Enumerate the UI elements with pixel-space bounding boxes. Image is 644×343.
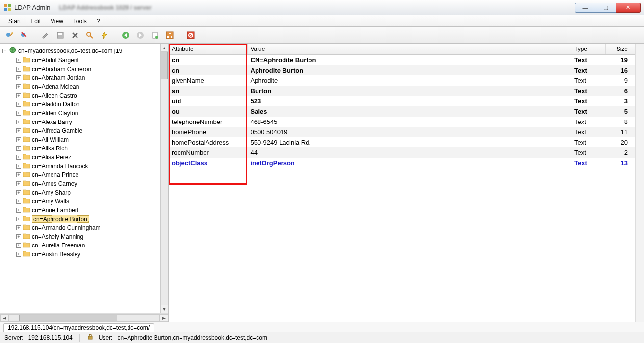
expand-icon[interactable]: +: [16, 155, 21, 160]
tree-item[interactable]: +cn=Aladdin Dalton: [2, 100, 168, 109]
expand-icon[interactable]: +: [16, 217, 21, 221]
expand-icon[interactable]: +: [16, 252, 21, 257]
scroll-track[interactable]: [9, 314, 160, 322]
menu-tools[interactable]: Tools: [68, 16, 92, 26]
main-vertical-scrollbar[interactable]: [635, 44, 644, 322]
tree-item[interactable]: +cn=Alden Clayton: [2, 109, 168, 118]
minimize-button[interactable]: —: [575, 3, 595, 13]
tree-item[interactable]: +cn=Alfreda Gamble: [2, 126, 168, 135]
disconnect-icon[interactable]: [18, 29, 31, 42]
scroll-left-arrow[interactable]: ◀: [0, 314, 9, 322]
attribute-row[interactable]: objectClassinetOrgPersonText13: [169, 158, 635, 168]
tree-item[interactable]: +cn=Alika Rich: [2, 144, 168, 153]
tree-item[interactable]: +cn=Ashely Manning: [2, 232, 168, 241]
expand-icon[interactable]: +: [16, 84, 21, 89]
col-header-type[interactable]: Type: [571, 44, 606, 55]
attribute-row[interactable]: cnAphrodite BurtonText16: [169, 65, 635, 75]
col-header-attribute[interactable]: Attribute: [169, 44, 247, 55]
edit-icon[interactable]: [39, 29, 52, 42]
delete-icon[interactable]: [69, 29, 81, 42]
document-icon[interactable]: [149, 29, 161, 42]
tree-item[interactable]: +cn=Austin Beasley: [2, 250, 168, 259]
tree-item[interactable]: +cn=Amy Walls: [2, 197, 168, 206]
expand-icon[interactable]: +: [16, 128, 21, 133]
tree-item[interactable]: +cn=Abraham Cameron: [2, 65, 168, 74]
tree-item[interactable]: +cn=Aurelia Freeman: [2, 241, 168, 250]
expand-icon[interactable]: +: [16, 208, 21, 213]
expand-icon[interactable]: +: [16, 120, 21, 124]
expand-icon[interactable]: +: [16, 234, 21, 239]
expand-icon[interactable]: +: [16, 164, 21, 169]
expand-icon[interactable]: +: [16, 111, 21, 116]
scroll-thumb[interactable]: [161, 52, 168, 79]
svg-rect-22: [88, 336, 92, 339]
expand-icon[interactable]: +: [16, 181, 21, 186]
tree-item[interactable]: +cn=Alisa Perez: [2, 153, 168, 162]
scroll-up-arrow[interactable]: ▲: [160, 44, 168, 52]
tree-item[interactable]: +cn=Aileen Castro: [2, 91, 168, 100]
close-button[interactable]: ✕: [616, 3, 641, 13]
expand-icon[interactable]: +: [16, 199, 21, 204]
tree-item[interactable]: +cn=Amos Carney: [2, 179, 168, 188]
scroll-right-arrow[interactable]: ▶: [160, 314, 168, 322]
attribute-row[interactable]: givenNameAphroditeText9: [169, 75, 635, 86]
col-header-value[interactable]: Value: [247, 44, 571, 55]
tree-horizontal-scrollbar[interactable]: ◀ ▶: [0, 313, 168, 322]
col-header-size[interactable]: Size: [606, 44, 635, 55]
tree-item[interactable]: +cn=Alexa Barry: [2, 118, 168, 126]
attribute-row[interactable]: telephoneNumber468-6545Text8: [169, 117, 635, 127]
scroll-thumb[interactable]: [19, 315, 117, 321]
tree-item[interactable]: +cn=Amena Prince: [2, 171, 168, 179]
scroll-down-arrow[interactable]: ▼: [160, 305, 168, 313]
tree-item[interactable]: +cn=Anne Lambert: [2, 206, 168, 215]
tree-item[interactable]: +cn=Abdul Sargent: [2, 56, 168, 65]
svg-rect-3: [8, 8, 11, 11]
tree-item[interactable]: +cn=Aphrodite Burton: [2, 215, 168, 223]
search-icon[interactable]: [83, 29, 96, 42]
hierarchy-icon[interactable]: [163, 29, 176, 42]
expand-icon[interactable]: +: [16, 190, 21, 195]
menu-help[interactable]: ?: [92, 16, 105, 26]
maximize-button[interactable]: ▢: [595, 3, 616, 13]
menu-view[interactable]: View: [46, 16, 68, 26]
attribute-row[interactable]: roomNumber44Text2: [169, 147, 635, 158]
lightning-icon[interactable]: [98, 29, 111, 42]
tree-item[interactable]: +cn=Ali William: [2, 135, 168, 144]
save-icon[interactable]: [54, 29, 67, 42]
connection-path-tab[interactable]: 192.168.115.104/cn=myaddressbook,dc=test…: [3, 323, 154, 332]
expand-icon[interactable]: +: [16, 67, 21, 72]
expand-icon[interactable]: +: [16, 146, 21, 151]
connect-icon[interactable]: [3, 29, 16, 42]
scroll-track[interactable]: [160, 52, 168, 305]
back-icon[interactable]: [119, 29, 132, 42]
menu-start[interactable]: Start: [3, 16, 26, 26]
tree-scroll[interactable]: − cn=myaddressbook,dc=test,dc=com [19 +c…: [0, 44, 168, 313]
forward-icon[interactable]: [134, 29, 147, 42]
folder-icon: [23, 136, 30, 144]
expand-icon[interactable]: +: [16, 93, 21, 98]
tree-item[interactable]: +cn=Adena Mclean: [2, 82, 168, 91]
attribute-row[interactable]: homePostalAddress550-9249 Lacinia Rd.Tex…: [169, 137, 635, 147]
tree-root-node[interactable]: − cn=myaddressbook,dc=test,dc=com [19: [2, 46, 168, 56]
expand-icon[interactable]: +: [16, 102, 21, 107]
expand-icon[interactable]: +: [16, 225, 21, 230]
expand-icon[interactable]: +: [16, 137, 21, 142]
collapse-icon[interactable]: −: [2, 49, 7, 53]
expand-icon[interactable]: +: [16, 172, 21, 177]
tree-item[interactable]: +cn=Armando Cunningham: [2, 223, 168, 232]
attribute-row[interactable]: cnCN=Aphrodite BurtonText19: [169, 55, 635, 66]
tree-vertical-scrollbar[interactable]: ▲ ▼: [160, 44, 168, 313]
stop-icon[interactable]: [184, 29, 197, 42]
expand-icon[interactable]: +: [16, 243, 21, 248]
folder-icon: [23, 224, 30, 232]
attribute-row[interactable]: snBurtonText6: [169, 86, 635, 96]
attribute-row[interactable]: uid523Text3: [169, 96, 635, 106]
menu-edit[interactable]: Edit: [26, 16, 46, 26]
tree-item[interactable]: +cn=Amanda Hancock: [2, 162, 168, 171]
tree-item[interactable]: +cn=Amy Sharp: [2, 188, 168, 197]
expand-icon[interactable]: +: [16, 58, 21, 63]
tree-item[interactable]: +cn=Abraham Jordan: [2, 74, 168, 82]
attribute-row[interactable]: ouSalesText5: [169, 106, 635, 117]
attribute-row[interactable]: homePhone0500 504019Text11: [169, 127, 635, 137]
expand-icon[interactable]: +: [16, 75, 21, 80]
